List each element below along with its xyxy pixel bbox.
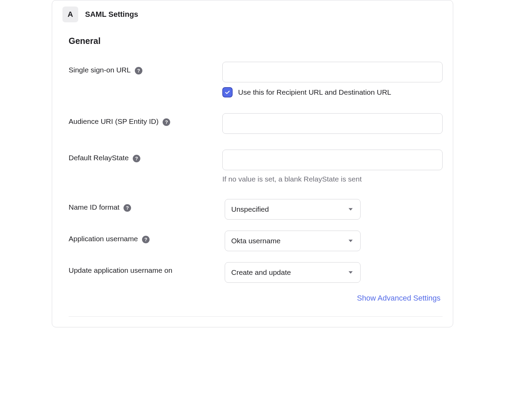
chevron-down-icon [349,208,353,211]
field-col-sso-url: Use this for Recipient URL and Destinati… [222,62,443,97]
row-audience-uri: Audience URI (SP Entity ID) ? [69,113,443,134]
checkmark-icon [224,89,231,95]
chevron-down-icon [349,240,353,242]
sso-url-input[interactable] [222,62,443,82]
row-sso-url: Single sign-on URL ? Use this for Recipi… [69,62,443,97]
section-divider [69,316,443,317]
label-text-sso-url: Single sign-on URL [69,66,131,74]
field-col-name-id-format: Unspecified [225,199,443,220]
label-default-relaystate: Default RelayState ? [69,150,222,183]
label-sso-url: Single sign-on URL ? [69,62,222,97]
default-relaystate-input[interactable] [222,150,443,170]
saml-settings-panel: A SAML Settings General Single sign-on U… [52,0,453,327]
help-icon[interactable]: ? [135,67,142,74]
field-col-audience-uri [222,113,443,134]
audience-uri-input[interactable] [222,113,443,134]
sso-url-checkbox-line: Use this for Recipient URL and Destinati… [222,87,443,97]
chevron-down-icon [349,271,353,274]
update-username-on-select[interactable]: Create and update [225,262,361,283]
app-username-selected: Okta username [231,237,281,245]
section-heading-general: General [69,36,443,46]
row-update-username-on: Update application username on Create an… [69,262,443,283]
field-col-default-relaystate: If no value is set, a blank RelayState i… [222,150,443,183]
form-general: Single sign-on URL ? Use this for Recipi… [69,62,443,303]
panel-chip: A [62,7,78,22]
help-icon[interactable]: ? [124,204,131,212]
field-col-update-username-on: Create and update [225,262,443,283]
label-audience-uri: Audience URI (SP Entity ID) ? [69,113,222,134]
field-col-app-username: Okta username [225,231,443,251]
row-app-username: Application username ? Okta username [69,231,443,251]
default-relaystate-helper: If no value is set, a blank RelayState i… [222,175,443,183]
app-username-select[interactable]: Okta username [225,231,361,251]
panel-title: SAML Settings [85,10,138,19]
advanced-settings-row: Show Advanced Settings [69,294,443,303]
label-app-username: Application username ? [69,231,225,251]
row-name-id-format: Name ID format ? Unspecified [69,199,443,220]
name-id-format-select[interactable]: Unspecified [225,199,361,220]
help-icon[interactable]: ? [133,155,140,162]
use-for-recipient-checkbox[interactable] [222,87,233,97]
label-text-default-relaystate: Default RelayState [69,154,129,162]
label-text-app-username: Application username [69,235,138,243]
help-icon[interactable]: ? [163,118,170,126]
label-name-id-format: Name ID format ? [69,199,225,220]
help-icon[interactable]: ? [142,236,150,243]
label-text-audience-uri: Audience URI (SP Entity ID) [69,117,158,126]
update-username-on-selected: Create and update [231,268,291,277]
label-text-name-id-format: Name ID format [69,203,119,211]
panel-header: A SAML Settings [62,7,443,22]
row-default-relaystate: Default RelayState ? If no value is set,… [69,150,443,183]
name-id-format-selected: Unspecified [231,205,269,213]
show-advanced-settings-link[interactable]: Show Advanced Settings [357,294,441,303]
label-update-username-on: Update application username on [69,262,225,283]
label-text-update-username-on: Update application username on [69,266,172,275]
use-for-recipient-label: Use this for Recipient URL and Destinati… [238,88,391,96]
